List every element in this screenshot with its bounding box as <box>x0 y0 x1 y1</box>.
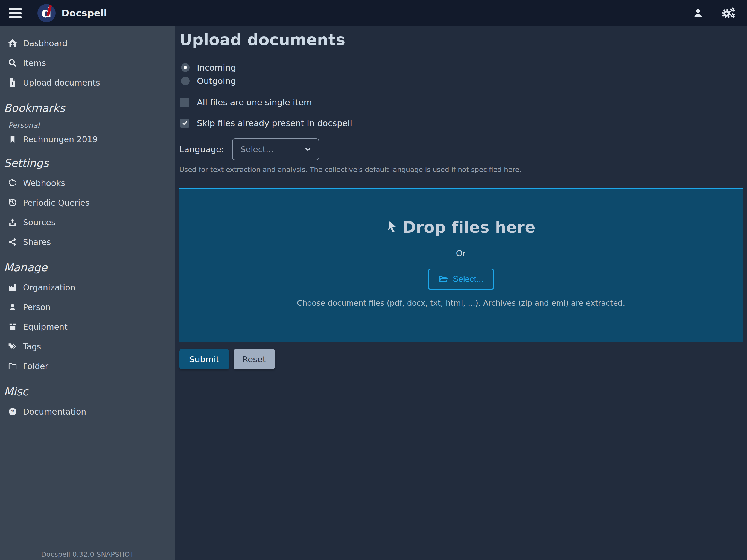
sidebar-item-sources[interactable]: Sources <box>0 212 175 232</box>
sidebar-item-label: Person <box>23 302 51 312</box>
question-circle-icon: ? <box>7 407 18 416</box>
chevron-down-icon <box>304 145 312 153</box>
sidebar-item-label: Upload documents <box>23 78 100 87</box>
sidebar-item-dashboard[interactable]: Dasbhoard <box>0 33 175 53</box>
folder-icon <box>7 361 18 371</box>
checkbox-label: Skip files already present in docspell <box>197 118 352 128</box>
sidebar-section-misc: Misc <box>0 385 175 398</box>
sidebar-item-upload-documents[interactable]: Upload documents <box>0 73 175 93</box>
app-version: Docspell 0.32.0-SNAPSHOT <box>0 551 175 558</box>
radio-label: Incoming <box>197 62 236 73</box>
topbar: d Docspell <box>0 0 747 26</box>
sidebar-item-label: Organization <box>23 283 75 292</box>
options-group: All files are one single item Skip files… <box>179 97 743 128</box>
gears-icon[interactable] <box>721 6 735 20</box>
submit-button[interactable]: Submit <box>179 349 229 369</box>
upload-icon <box>7 218 18 227</box>
sidebar-item-label: Webhooks <box>23 178 65 188</box>
sidebar-item-bookmark[interactable]: Rechnungen 2019 <box>0 131 175 147</box>
dropzone-divider: Or <box>272 248 650 258</box>
comment-icon <box>7 178 18 187</box>
sidebar: Dasbhoard Items Upload documents Bookmar… <box>0 26 175 560</box>
sidebar-section-settings: Settings <box>0 157 175 169</box>
radio-outgoing-control[interactable] <box>181 77 190 85</box>
history-icon <box>7 198 18 207</box>
dropzone-title: Drop files here <box>403 218 535 236</box>
sidebar-item-shares[interactable]: Shares <box>0 232 175 252</box>
dropzone-or-label: Or <box>446 248 476 258</box>
dropzone-hint: Choose document files (pdf, docx, txt, h… <box>297 299 625 308</box>
sidebar-section-manage: Manage <box>0 261 175 274</box>
checkbox-single-item-control[interactable] <box>180 98 189 107</box>
app-logo[interactable]: d <box>37 4 55 22</box>
sidebar-item-label: Shares <box>23 237 51 247</box>
sidebar-item-label: Folder <box>23 361 48 371</box>
box-icon <box>7 322 18 331</box>
svg-text:?: ? <box>11 409 14 414</box>
dropzone-title-row: Drop files here <box>386 218 535 236</box>
sidebar-item-label: Equipment <box>23 322 68 332</box>
page-title: Upload documents <box>179 31 743 49</box>
select-files-label: Select... <box>453 274 483 284</box>
checkbox-skip-files-control[interactable] <box>180 119 189 128</box>
sidebar-item-organization[interactable]: Organization <box>0 278 175 297</box>
mouse-pointer-icon <box>386 220 398 234</box>
sidebar-item-folder[interactable]: Folder <box>0 356 175 376</box>
user-icon[interactable] <box>692 7 704 19</box>
file-dropzone[interactable]: Drop files here Or Select... Choose docu… <box>179 188 743 341</box>
sidebar-section-bookmarks: Bookmarks <box>0 102 175 114</box>
sidebar-item-label: Items <box>23 58 46 68</box>
language-label: Language: <box>179 144 224 154</box>
main-content: Upload documents Incoming Outgoing All f… <box>175 26 747 560</box>
house-user-icon <box>7 38 18 48</box>
select-files-button[interactable]: Select... <box>428 269 494 290</box>
search-icon <box>7 58 18 68</box>
sidebar-item-label: Sources <box>23 218 55 227</box>
sidebar-item-label: Dasbhoard <box>23 39 68 48</box>
radio-outgoing[interactable]: Outgoing <box>179 74 743 87</box>
form-actions: Submit Reset <box>179 349 743 369</box>
sidebar-item-label: Rechnungen 2019 <box>23 134 98 144</box>
language-select-value: Select... <box>240 145 304 154</box>
direction-radio-group: Incoming Outgoing <box>179 61 743 87</box>
language-select[interactable]: Select... <box>232 138 319 160</box>
checkbox-skip-files[interactable]: Skip files already present in docspell <box>179 118 743 128</box>
sidebar-item-periodic-queries[interactable]: Periodic Queries <box>0 193 175 212</box>
checkbox-label: All files are one single item <box>197 97 312 107</box>
sidebar-item-equipment[interactable]: Equipment <box>0 317 175 337</box>
checkbox-single-item[interactable]: All files are one single item <box>179 97 743 107</box>
sidebar-item-tags[interactable]: Tags <box>0 337 175 356</box>
radio-label: Outgoing <box>197 76 236 86</box>
sidebar-item-label: Tags <box>23 342 41 351</box>
folder-open-icon <box>439 275 448 284</box>
menu-icon[interactable] <box>9 8 22 18</box>
language-help-text: Used for text extraction and analysis. T… <box>179 166 743 174</box>
radio-incoming-control[interactable] <box>181 63 190 72</box>
person-icon <box>7 302 18 312</box>
industry-icon <box>7 283 18 292</box>
share-nodes-icon <box>7 237 18 247</box>
file-upload-icon <box>7 78 18 87</box>
app-title: Docspell <box>61 8 107 19</box>
tags-icon <box>7 342 18 351</box>
language-row: Language: Select... <box>179 138 743 160</box>
sidebar-item-label: Documentation <box>23 407 86 416</box>
sidebar-item-person[interactable]: Person <box>0 297 175 317</box>
sidebar-item-webhooks[interactable]: Webhooks <box>0 173 175 193</box>
sidebar-item-documentation[interactable]: ? Documentation <box>0 402 175 422</box>
reset-button[interactable]: Reset <box>233 349 275 369</box>
radio-incoming[interactable]: Incoming <box>179 61 743 74</box>
bookmark-icon <box>7 135 18 144</box>
sidebar-item-label: Periodic Queries <box>23 198 90 207</box>
sidebar-subsection-personal: Personal <box>0 121 175 129</box>
sidebar-item-items[interactable]: Items <box>0 53 175 73</box>
